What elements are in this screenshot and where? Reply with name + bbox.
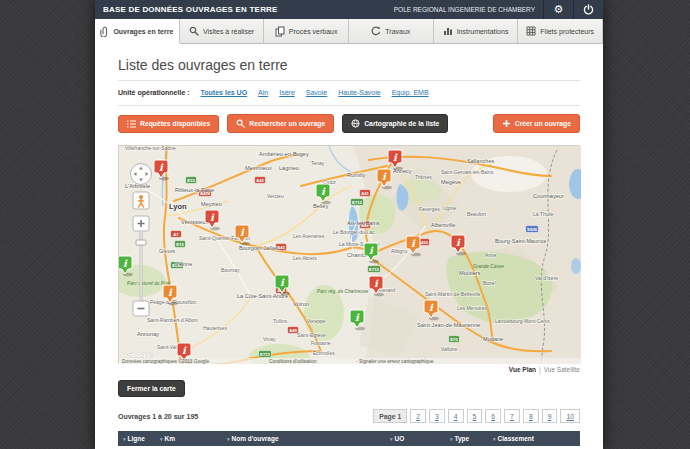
page-link[interactable]: 3 xyxy=(429,409,445,423)
svg-text:E70: E70 xyxy=(450,337,458,342)
road-badge: E712 xyxy=(368,266,381,273)
settings-button[interactable]: ⚙ xyxy=(543,0,573,19)
map-city-label: Tullins xyxy=(273,318,288,324)
results-summary: Ouvrages 1 à 20 sur 195 xyxy=(118,413,198,420)
map-city-label: Annonay xyxy=(137,331,159,337)
road-badge: E713 xyxy=(259,351,272,358)
map-of-list-button[interactable]: Cartographie de la liste xyxy=(342,114,448,133)
create-ouvrage-button[interactable]: Créer un ouvrage xyxy=(493,114,580,133)
map-city-label: Saint-Gervais-les-Bains xyxy=(441,169,494,175)
map-container[interactable]: A42A432E15A7E15A43E711A48A49E713A41E712E… xyxy=(118,145,580,363)
tab-label: Visites à réaliser xyxy=(203,28,254,35)
uo-link-savoie[interactable]: Savoie xyxy=(306,89,327,96)
tab-ouvrages-en-terre[interactable]: Ouvrages en terre xyxy=(95,19,180,44)
map-city-label: Modane xyxy=(483,336,503,342)
uo-link-ain[interactable]: Ain xyxy=(258,89,268,96)
uo-link-isere[interactable]: Isère xyxy=(279,89,295,96)
attribution-text: Données cartographiques ©2013 Google xyxy=(122,358,210,364)
list-icon xyxy=(127,120,136,128)
map-zoom-in-button[interactable] xyxy=(133,216,149,231)
page-link[interactable]: 7 xyxy=(504,409,520,423)
page-link[interactable]: 5 xyxy=(467,409,483,423)
column-header[interactable]: ▾Nom d'ouvrage xyxy=(222,431,385,446)
uo-link-toutes-les-uo[interactable]: Toutes les UO xyxy=(201,89,248,96)
top-bar: BASE DE DONNÉES OUVRAGES EN TERRE POLE R… xyxy=(95,0,603,19)
power-icon xyxy=(583,4,594,15)
map-city-label: Parc rég. de Chartreuse xyxy=(317,289,369,294)
tab-visites-a-realiser[interactable]: Visites à réaliser xyxy=(180,19,265,43)
view-satellite-link[interactable]: Vue Satellite xyxy=(544,366,580,373)
tab-proces-verbaux[interactable]: Procès verbaux xyxy=(264,19,349,43)
map-city-label: Megève xyxy=(441,179,461,185)
tab-filets-protecteurs[interactable]: Filets protecteurs xyxy=(518,19,603,43)
map-city-label: Meyzieu xyxy=(201,201,222,207)
map-city-label: Bournay xyxy=(221,267,240,273)
search-icon xyxy=(189,26,199,36)
tab-instrumentations[interactable]: Instrumentations xyxy=(434,19,519,43)
map-city-label: Bozel xyxy=(483,280,496,286)
map-canvas[interactable]: A42A432E15A7E15A43E711A48A49E713A41E712E… xyxy=(119,146,581,364)
tab-travaux[interactable]: Travaux xyxy=(349,19,434,43)
tab-label: Travaux xyxy=(385,28,410,35)
map-city-label: Lanslebourg-Mont-Cenis xyxy=(495,318,550,324)
map-city-label: Vercieu xyxy=(267,193,284,199)
page-link[interactable]: 10 xyxy=(560,409,580,423)
desktop-background: BASE DE DONNÉES OUVRAGES EN TERRE POLE R… xyxy=(0,0,690,449)
list-meta-row: Ouvrages 1 à 20 sur 195 Page 12345678910 xyxy=(118,409,580,423)
close-map-row: Fermer la carte xyxy=(118,377,580,397)
map-city-label: Aix-les-Bains xyxy=(347,220,380,226)
svg-text:A7: A7 xyxy=(173,232,179,237)
page-link[interactable]: 2 xyxy=(410,409,426,423)
org-title: POLE REGIONAL INGENIERIE DE CHAMBERY xyxy=(394,6,535,13)
ouvrages-table: ▾Ligne▾Km▾Nom d'ouvrage▾UO▾Type▾Classeme… xyxy=(118,431,580,449)
app-window: BASE DE DONNÉES OUVRAGES EN TERRE POLE R… xyxy=(95,0,603,449)
page-link[interactable]: 4 xyxy=(448,409,464,423)
column-header[interactable]: ▾Ligne xyxy=(118,431,155,446)
paperclip-icon xyxy=(100,26,109,37)
column-header[interactable]: ▾Type xyxy=(445,431,488,446)
page-link[interactable]: 6 xyxy=(485,409,501,423)
page-link[interactable]: 9 xyxy=(542,409,558,423)
map-city-label: Rillieux-la-Pape xyxy=(175,187,214,193)
column-header[interactable]: ▾Classement xyxy=(488,431,580,446)
tab-label: Instrumentations xyxy=(457,28,509,35)
map-city-label: Thônes xyxy=(415,174,432,180)
map-city-label: Les Abrets xyxy=(293,255,317,261)
view-links-separator: | xyxy=(539,366,541,373)
column-header[interactable]: ▾Km xyxy=(155,431,222,446)
available-queries-button[interactable]: Requêtes disponibles xyxy=(118,115,219,133)
map-city-label: Rumilly xyxy=(347,172,366,178)
search-ouvrage-button[interactable]: Rechercher un ouvrage xyxy=(227,114,334,133)
logout-button[interactable] xyxy=(573,0,603,19)
map-city-label: Le Bourget-du-Lac xyxy=(333,229,375,235)
documents-icon xyxy=(275,26,285,37)
action-buttons-row: Requêtes disponibles Rechercher un ouvra… xyxy=(118,114,580,133)
view-plan-link[interactable]: Vue Plan xyxy=(509,366,536,373)
page-current: Page 1 xyxy=(373,409,407,423)
close-map-button[interactable]: Fermer la carte xyxy=(118,380,185,397)
svg-text:E713: E713 xyxy=(260,352,270,357)
map-city-label: Villefranche-sur-Saône xyxy=(125,146,176,151)
map-pegman-control[interactable] xyxy=(133,192,149,209)
map-city-label: Ugine xyxy=(443,205,456,211)
map-city-label: Saint-Rambert-d'Albon xyxy=(147,317,198,323)
map-pan-control[interactable] xyxy=(131,164,152,185)
map-city-label: Saint-Martin-de-Belleville xyxy=(425,291,481,297)
road-badge: A42 xyxy=(255,177,266,184)
zoom-slider-handle[interactable] xyxy=(136,240,146,245)
map-zoom-out-button[interactable] xyxy=(133,301,149,316)
map-city-label: Faverges xyxy=(419,206,440,212)
svg-text:A42: A42 xyxy=(256,178,264,183)
button-label: Créer un ouvrage xyxy=(515,120,571,127)
attribution-text[interactable]: - Signaler une erreur cartographique xyxy=(356,359,434,364)
page-link[interactable]: 8 xyxy=(523,409,539,423)
road-badge: E712 xyxy=(351,199,364,206)
attribution-text[interactable]: Conditions d'utilisation xyxy=(269,359,317,364)
tab-bar: Ouvrages en terre Visites à réaliser Pro… xyxy=(95,19,603,44)
map-city-label: Courmayeur xyxy=(533,193,564,199)
map-city-label: Voreppe xyxy=(307,318,326,324)
column-header[interactable]: ▾UO xyxy=(385,431,445,446)
divider xyxy=(118,105,580,106)
uo-link-equip-emb[interactable]: Equip. EMB xyxy=(392,89,429,96)
uo-link-haute-savoie[interactable]: Haute-Savoie xyxy=(338,89,380,96)
